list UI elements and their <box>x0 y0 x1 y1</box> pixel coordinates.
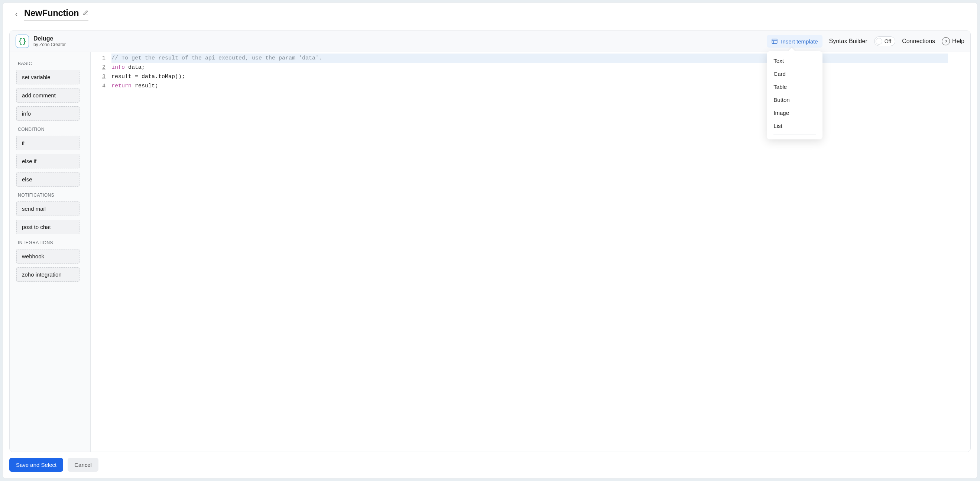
help-label: Help <box>952 38 964 45</box>
sidebar-item-else-if[interactable]: else if <box>16 154 80 168</box>
toggle-state-label: Off <box>885 38 891 44</box>
help-button[interactable]: ? Help <box>942 37 964 45</box>
code-lines: // To get the result of the api executed… <box>111 54 970 452</box>
template-option-card[interactable]: Card <box>767 67 822 80</box>
edit-title-icon[interactable] <box>83 10 88 16</box>
title-wrap: NewFunction <box>24 8 88 21</box>
sidebar[interactable]: BASIC set variable add comment info COND… <box>10 52 91 452</box>
line-number: 2 <box>91 63 105 72</box>
insert-template-wrap: Insert template Text Card Table Button I… <box>767 35 822 48</box>
sidebar-item-if[interactable]: if <box>16 136 80 150</box>
template-option-table[interactable]: Table <box>767 80 822 93</box>
code-token: data; <box>125 64 145 71</box>
line-number: 1 <box>91 54 105 63</box>
page-title: NewFunction <box>24 8 79 18</box>
language-badge: {} <box>16 35 29 48</box>
insert-template-button[interactable]: Insert template <box>767 35 822 48</box>
sidebar-item-info[interactable]: info <box>16 106 80 121</box>
editor-body: BASIC set variable add comment info COND… <box>10 52 970 452</box>
language-glyph-icon: {} <box>18 38 26 45</box>
sidebar-category-label: BASIC <box>18 61 84 66</box>
sidebar-category-label: INTEGRATIONS <box>18 240 84 245</box>
code-editor[interactable]: 1 2 3 4 // To get the result of the api … <box>91 52 970 452</box>
toggle-knob-icon <box>876 38 882 45</box>
code-token-operator: = <box>135 73 138 80</box>
sidebar-category-label: CONDITION <box>18 127 84 132</box>
sidebar-item-zoho-integration[interactable]: zoho integration <box>16 267 80 282</box>
code-token-comment: // To get the result of the api executed… <box>111 55 322 61</box>
svg-rect-0 <box>772 39 778 43</box>
language-name: Deluge <box>33 35 66 42</box>
titlebar: NewFunction <box>3 3 977 24</box>
header-right: Insert template Text Card Table Button I… <box>767 35 964 48</box>
footer: Save and Select Cancel <box>3 452 977 478</box>
code-gutter: 1 2 3 4 <box>91 54 111 452</box>
sidebar-item-else[interactable]: else <box>16 172 80 186</box>
syntax-builder-label: Syntax Builder <box>829 38 867 45</box>
editor-header: {} Deluge by Zoho Creator Insert templat… <box>10 31 970 52</box>
sidebar-group-condition: CONDITION if else if else <box>16 127 86 186</box>
syntax-builder-toggle[interactable]: Off <box>874 37 895 46</box>
app-frame: NewFunction {} Deluge by Zoho Creator In… <box>2 2 978 479</box>
connections-link[interactable]: Connections <box>902 38 935 45</box>
dropdown-separator <box>773 135 816 135</box>
sidebar-item-set-variable[interactable]: set variable <box>16 70 80 84</box>
cancel-button[interactable]: Cancel <box>68 458 99 472</box>
line-number: 4 <box>91 81 105 91</box>
insert-template-label: Insert template <box>781 38 818 45</box>
code-token-keyword: return <box>111 83 132 89</box>
language-info: Deluge by Zoho Creator <box>33 35 66 47</box>
code-token: result; <box>132 83 158 89</box>
insert-template-dropdown: Text Card Table Button Image List <box>767 51 822 139</box>
template-option-list[interactable]: List <box>767 119 822 132</box>
code-token: result <box>111 73 135 80</box>
sidebar-item-post-to-chat[interactable]: post to chat <box>16 220 80 234</box>
editor-shell: {} Deluge by Zoho Creator Insert templat… <box>9 30 971 452</box>
sidebar-group-basic: BASIC set variable add comment info <box>16 61 86 121</box>
save-and-select-button[interactable]: Save and Select <box>9 458 63 472</box>
sidebar-item-add-comment[interactable]: add comment <box>16 88 80 103</box>
code-token: data.toMap(); <box>138 73 185 80</box>
code-token-keyword: info <box>111 64 125 71</box>
back-icon[interactable] <box>14 12 19 17</box>
line-number: 3 <box>91 72 105 81</box>
template-option-text[interactable]: Text <box>767 54 822 67</box>
sidebar-group-integrations: INTEGRATIONS webhook zoho integration <box>16 240 86 282</box>
template-icon <box>771 38 778 45</box>
language-by: by Zoho Creator <box>33 42 66 47</box>
help-icon: ? <box>942 37 950 45</box>
sidebar-item-webhook[interactable]: webhook <box>16 249 80 264</box>
template-option-button[interactable]: Button <box>767 93 822 106</box>
sidebar-category-label: NOTIFICATIONS <box>18 193 84 198</box>
sidebar-item-send-mail[interactable]: send mail <box>16 201 80 216</box>
sidebar-group-notifications: NOTIFICATIONS send mail post to chat <box>16 193 86 234</box>
template-option-image[interactable]: Image <box>767 106 822 119</box>
